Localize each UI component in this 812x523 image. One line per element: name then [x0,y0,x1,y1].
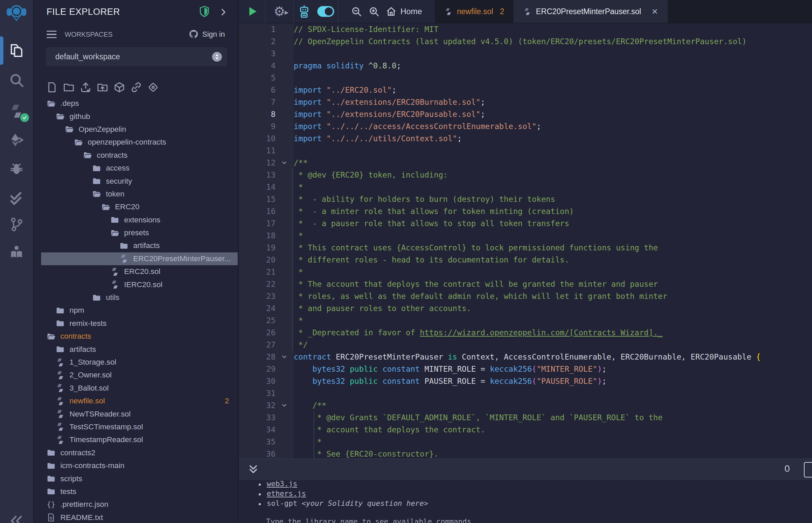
editor-tab[interactable]: ERC20PresetMinterPauser.sol× [514,0,667,23]
tree-item[interactable]: contracts [34,149,238,162]
new-file-icon[interactable] [46,82,58,93]
shield-icon[interactable] [198,5,210,18]
tree-item[interactable]: OpenZeppelin [34,123,238,136]
line-number: 15 [239,193,276,205]
tree-item[interactable]: artifacts [34,239,238,252]
copilot-toggle[interactable] [317,6,334,17]
chevron-right-icon[interactable] [218,7,228,17]
tree-item[interactable]: contracts2 [34,447,238,459]
hamburger-menu-icon[interactable] [47,31,57,38]
git-icon[interactable] [0,215,33,234]
tree-item[interactable]: README.txt [34,511,238,523]
sign-in-button[interactable]: Sign in [202,30,225,39]
script-config-icon[interactable]: ⚙▶ [273,5,285,18]
tree-item[interactable]: scripts [34,472,238,485]
link-icon[interactable] [130,82,142,93]
tree-item[interactable]: newfile.sol2 [34,395,238,408]
home-tab-button[interactable]: Home [386,6,422,17]
run-script-button[interactable] [247,6,258,17]
tree-item[interactable]: presets [34,227,238,239]
code-line: 29 bytes32 public constant MINTER_ROLE =… [239,363,812,375]
collapse-sidebar-icon[interactable] [0,511,33,523]
indent-guide [292,339,293,351]
tree-item[interactable]: 2_Owner.sol [34,369,238,381]
tree-item-label: extensions [124,216,160,224]
learneth-icon[interactable] [0,242,33,262]
indent-guide [292,278,293,290]
workspace-select[interactable]: default_workspace [46,47,227,66]
tree-item[interactable]: .deps [34,97,238,110]
search-icon[interactable] [0,71,33,90]
tree-item[interactable]: remix-tests [34,317,238,330]
tree-item[interactable]: 1_Storage.sol [34,356,238,369]
tree-item[interactable]: NewTSReader.sol [34,408,238,420]
code-line: 15 * - ability for holders to burn (dest… [239,193,812,205]
cube-icon[interactable] [113,82,125,93]
terminal-link[interactable]: web3.js [267,480,297,488]
indent-guide [292,193,293,205]
tree-item[interactable]: npm [34,304,238,317]
clone-icon[interactable] [147,82,159,93]
tree-item[interactable]: contracts [34,330,238,343]
tree-item[interactable]: {}.prettierrc.json [34,498,238,511]
page-title: FILE EXPLORER [47,7,120,17]
code-line: 19 * This contract uses {AccessControl} … [239,241,812,254]
tree-item[interactable]: utils [34,291,238,304]
terminal-link[interactable]: ethers.js [267,489,306,498]
indent-guide [292,217,293,230]
workspace-dropdown-icon[interactable] [212,52,222,62]
upload-file-icon[interactable] [80,82,91,93]
fold-chevron-icon[interactable] [276,351,294,363]
folder-icon [119,241,128,250]
remix-logo-icon[interactable] [0,3,33,22]
folder-icon [47,474,56,483]
zoom-in-icon[interactable] [369,6,379,17]
upload-folder-icon[interactable] [97,82,108,93]
debugger-icon[interactable] [0,159,33,178]
tree-item[interactable]: ERC20PresetMinterPauser... [34,252,238,265]
folder-open-icon [65,125,74,134]
workspaces-row: WORKSPACES Sign in [47,28,225,41]
new-folder-icon[interactable] [63,82,74,93]
terminal-bar: 0 [239,458,812,480]
ai-copilot-icon[interactable] [298,5,311,18]
line-number: 23 [239,290,276,302]
tree-item-label: ERC20PresetMinterPauser... [133,254,231,263]
tree-item[interactable]: openzeppelin-contracts [34,136,238,149]
tree-item-label: utils [106,293,119,302]
tree-item[interactable]: artifacts [34,343,238,356]
indent-guide [292,169,293,181]
tree-item[interactable]: security [34,175,238,187]
close-icon[interactable]: × [652,6,658,17]
zoom-out-icon[interactable] [351,6,362,17]
tree-item[interactable]: 3_Ballot.sol [34,382,238,395]
file-explorer-icon[interactable] [0,41,33,60]
tree-item[interactable]: ERC20.sol [34,265,238,278]
editor-tab[interactable]: newfile.sol2 [435,0,514,23]
tree-item[interactable]: tests [34,485,238,498]
fold-chevron-icon[interactable] [276,157,294,169]
tree-item[interactable]: ERC20 [34,200,238,213]
deploy-run-icon[interactable] [0,131,33,150]
tree-item[interactable]: extensions [34,214,238,227]
terminal-collapse-icon[interactable] [248,464,259,475]
code-editor[interactable]: 1// SPDX-License-Identifier: MIT2// Open… [239,23,812,458]
solidity-file-icon [56,422,65,431]
unit-testing-icon[interactable] [0,189,33,208]
tree-item[interactable]: github [34,110,238,123]
tree-item[interactable]: IERC20.sol [34,278,238,291]
tree-item[interactable]: TimestampReader.sol [34,433,238,446]
folder-open-icon [92,190,101,198]
tree-item[interactable]: icm-contracts-main [34,459,238,472]
solidity-compiler-icon[interactable] [0,102,33,121]
fold-chevron-icon[interactable] [276,399,294,412]
line-number: 13 [239,169,276,181]
tree-item-label: github [69,112,90,121]
folder-icon [56,319,65,328]
indent-guide [292,205,293,217]
tree-item[interactable]: TestSCTimestamp.sol [34,420,238,433]
tree-item[interactable]: access [34,162,238,175]
tree-item[interactable]: token [34,188,238,200]
line-number: 4 [239,60,276,72]
terminal-search-box[interactable] [804,462,812,477]
